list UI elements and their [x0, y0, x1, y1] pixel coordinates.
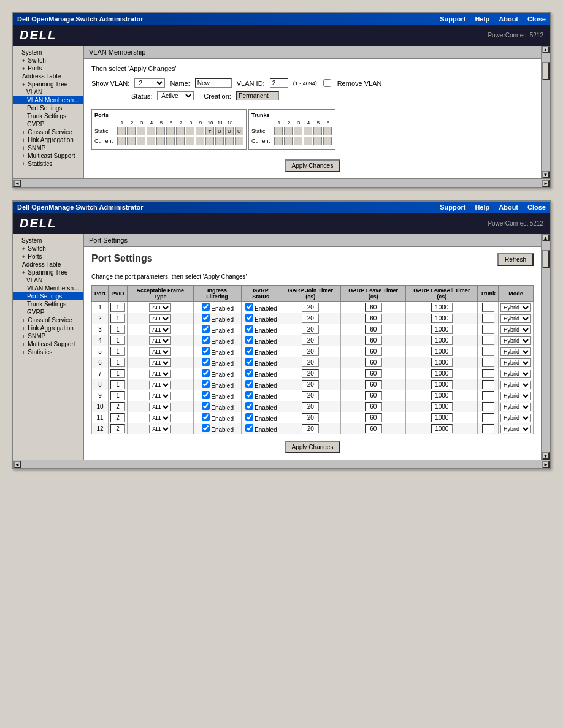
sidebar-item-link-1[interactable]: + Link Aggregation: [13, 136, 83, 144]
mode-select-1[interactable]: Hybrid: [500, 303, 531, 312]
ingress-cb-9[interactable]: [202, 391, 210, 399]
scroll-thumb-2[interactable]: [542, 250, 550, 268]
leaveall-input-6[interactable]: [431, 358, 453, 367]
gvrp-cb-2[interactable]: [245, 314, 253, 322]
vlan-id-input[interactable]: [270, 78, 288, 88]
pvid-input-3[interactable]: [110, 325, 125, 334]
sidebar2-item-port-settings[interactable]: Port Settings: [13, 292, 83, 300]
leaveall-input-11[interactable]: [431, 413, 453, 422]
gvrp-cb-12[interactable]: [245, 424, 253, 432]
leaveall-input-4[interactable]: [431, 336, 453, 345]
mode-select-9[interactable]: Hybrid: [500, 392, 531, 400]
gvrp-cb-10[interactable]: [245, 402, 253, 410]
pvid-input-1[interactable]: [110, 303, 125, 312]
port-cell-2[interactable]: [127, 127, 136, 135]
trunk-input-7[interactable]: [482, 369, 494, 378]
ingress-cb-10[interactable]: [202, 402, 210, 410]
mode-select-8[interactable]: Hybrid: [500, 381, 531, 389]
join-input-12[interactable]: [302, 424, 319, 433]
leave-input-2[interactable]: [365, 314, 382, 323]
sidebar-item-ports-1[interactable]: + Ports: [13, 64, 83, 72]
scroll-left-1[interactable]: ◄: [13, 180, 21, 187]
port-cell-5[interactable]: [156, 127, 165, 135]
frame-select-3[interactable]: ALL: [149, 325, 171, 334]
leaveall-input-2[interactable]: [431, 314, 453, 323]
port-cell-4[interactable]: [147, 127, 155, 135]
sidebar-item-address-1[interactable]: Address Table: [13, 72, 83, 80]
trunk-input-1[interactable]: [482, 303, 494, 312]
join-input-11[interactable]: [302, 413, 319, 422]
sidebar2-item-multicast[interactable]: + Multicast Support: [13, 340, 83, 348]
sidebar2-item-vlan-membership[interactable]: VLAN Membersh...: [13, 284, 83, 292]
join-input-7[interactable]: [302, 369, 319, 378]
mode-select-5[interactable]: Hybrid: [500, 347, 531, 356]
sidebar-item-snmp-1[interactable]: + SNMP: [13, 144, 83, 152]
sidebar2-item-gvrp[interactable]: GVRP: [13, 308, 83, 316]
ingress-cb-8[interactable]: [202, 380, 210, 388]
port-cell-13[interactable]: U: [235, 127, 243, 135]
help-link-1[interactable]: Help: [475, 15, 489, 23]
ingress-cb-5[interactable]: [202, 347, 210, 355]
ingress-cb-7[interactable]: [202, 369, 210, 377]
gvrp-cb-7[interactable]: [245, 369, 253, 377]
ingress-cb-1[interactable]: [202, 303, 210, 311]
pvid-input-12[interactable]: [110, 424, 125, 433]
frame-select-8[interactable]: ALL: [149, 381, 171, 389]
sidebar-item-trunk-settings-1[interactable]: Trunk Settings: [13, 112, 83, 120]
pvid-input-7[interactable]: [110, 369, 125, 378]
frame-select-11[interactable]: ALL: [149, 414, 171, 422]
ingress-cb-3[interactable]: [202, 325, 210, 333]
leave-input-11[interactable]: [365, 413, 382, 422]
port-cell-7[interactable]: [176, 127, 185, 135]
sidebar2-item-switch[interactable]: + Switch: [13, 245, 83, 252]
frame-select-2[interactable]: ALL: [149, 314, 171, 323]
port-cell-6[interactable]: [166, 127, 175, 135]
mode-select-3[interactable]: Hybrid: [500, 325, 531, 334]
port-cell-10[interactable]: T: [205, 127, 214, 135]
frame-select-4[interactable]: ALL: [149, 336, 171, 345]
join-input-3[interactable]: [302, 325, 319, 334]
leave-input-7[interactable]: [365, 369, 382, 378]
trunk-s-1[interactable]: [274, 127, 283, 135]
sidebar-item-multicast-1[interactable]: + Multicast Support: [13, 152, 83, 160]
creation-input[interactable]: [236, 91, 279, 100]
leave-input-12[interactable]: [365, 424, 382, 433]
sidebar2-item-cos[interactable]: + Class of Service: [13, 316, 83, 324]
trunk-input-5[interactable]: [482, 347, 494, 356]
leaveall-input-12[interactable]: [431, 424, 453, 433]
trunk-input-4[interactable]: [482, 336, 494, 345]
ingress-cb-11[interactable]: [202, 413, 210, 421]
scroll-up-2[interactable]: ▲: [542, 234, 550, 241]
trunk-input-10[interactable]: [482, 402, 494, 411]
sidebar-item-port-settings-1[interactable]: Port Settings: [13, 104, 83, 112]
name-input[interactable]: [195, 78, 232, 88]
ingress-cb-4[interactable]: [202, 336, 210, 344]
leave-input-10[interactable]: [365, 402, 382, 411]
trunk-s-6[interactable]: [323, 127, 332, 135]
port-cell-1[interactable]: [117, 127, 126, 135]
show-vlan-select[interactable]: 2: [134, 78, 165, 88]
help-link-2[interactable]: Help: [475, 203, 489, 211]
mode-select-12[interactable]: Hybrid: [500, 425, 531, 433]
leaveall-input-3[interactable]: [431, 325, 453, 334]
gvrp-cb-6[interactable]: [245, 358, 253, 366]
close-link-2[interactable]: Close: [527, 203, 546, 211]
leaveall-input-10[interactable]: [431, 402, 453, 411]
leave-input-3[interactable]: [365, 325, 382, 334]
scroll-down-2[interactable]: ▼: [542, 452, 550, 460]
join-input-2[interactable]: [302, 314, 319, 323]
scroll-left-2[interactable]: ◄: [13, 461, 21, 468]
sidebar-item-vlan-membership-1[interactable]: VLAN Membersh...: [13, 96, 83, 104]
pvid-input-6[interactable]: [110, 358, 125, 367]
trunk-s-4[interactable]: [304, 127, 312, 135]
leave-input-9[interactable]: [365, 391, 382, 400]
leave-input-8[interactable]: [365, 380, 382, 389]
gvrp-cb-9[interactable]: [245, 391, 253, 399]
port-cell-8[interactable]: [186, 127, 194, 135]
frame-select-9[interactable]: ALL: [149, 392, 171, 400]
leaveall-input-8[interactable]: [431, 380, 453, 389]
apply-changes-button-1[interactable]: Apply Changes: [285, 159, 341, 172]
pvid-input-2[interactable]: [110, 314, 125, 323]
gvrp-cb-3[interactable]: [245, 325, 253, 333]
leaveall-input-1[interactable]: [431, 303, 453, 312]
